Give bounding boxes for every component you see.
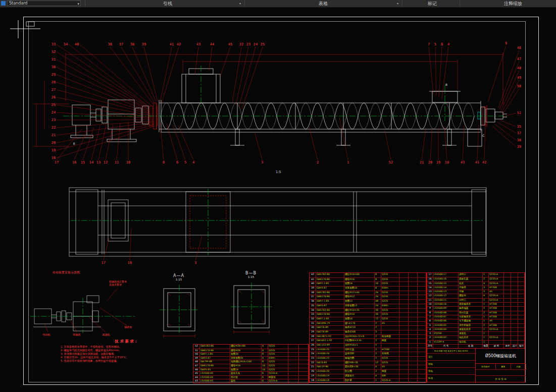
bom-cell (518, 335, 525, 340)
bom-cell (489, 340, 504, 344)
bom-cell: Q235 (381, 282, 399, 286)
ribbon-panel-注释缩放[interactable]: 注释缩放 (504, 0, 522, 7)
ribbon-panel-表格[interactable]: 表格 (319, 0, 328, 7)
ribbon-panel-标记[interactable]: 标记 (428, 0, 437, 7)
scale-label: 比例 (511, 364, 526, 370)
section-label-A—A: A—A1:15 (173, 273, 184, 282)
callout-40: 40 (75, 42, 79, 46)
chevron-down-icon[interactable]: ▾ (77, 2, 79, 7)
bom-cell: 1 (375, 378, 381, 383)
weight-label: 重量 (496, 364, 511, 370)
bom-cell: 43 (193, 379, 200, 383)
bom-row: 5LSX500-05弹性联轴器2HT200 (427, 323, 525, 327)
bom-cell (418, 330, 426, 334)
callout-24: 24 (52, 110, 56, 115)
bom-row: 38GB5782-86螺栓M12×4524Q235 (310, 291, 426, 295)
bom-cell (518, 319, 525, 323)
ribbon-panel-引线[interactable]: 引线 (163, 0, 172, 7)
bom-cell (518, 323, 525, 327)
leader-line (104, 238, 109, 260)
ribbon-bar: Standard ▾ ▾ ▾ 引线表格标记注释缩放 (0, 0, 556, 8)
bom-row: 26GB1152-89油杯M10×15 (310, 343, 426, 348)
bom-cell (399, 356, 409, 361)
bom-cell: LSX500-14 (433, 286, 459, 290)
bom-cell: 头部轴承座 (459, 315, 483, 319)
callout-20: 20 (52, 141, 56, 145)
bom-row: 52GB5782-86螺栓M20×804Q235 (193, 345, 309, 349)
bom-cell (399, 312, 409, 317)
view-letter-B: B (445, 83, 447, 86)
bom-row: 15LSX500-15机壳4Q235-A (427, 282, 525, 286)
bom-cell: 4 (375, 374, 381, 378)
bom-cell (409, 308, 418, 313)
panel-expand-icon[interactable]: ▾ (397, 2, 398, 5)
leader-line (501, 80, 519, 113)
leader-line (132, 47, 156, 102)
bom-cell (409, 325, 418, 330)
bom-cell: 进料口 (459, 273, 483, 277)
bom-row: 34GB5782-86螺栓M10×3536Q235 (310, 308, 426, 313)
callout-4: 4 (447, 42, 449, 46)
bom-cell (418, 286, 426, 291)
bom-row: 13LSX500-13吊轴345 (427, 290, 525, 294)
tech-lines: 1. 安装前检查各零部件，不得有损伤、变形和锈蚀。2. 螺旋体与机壳间隙应均匀，… (61, 345, 191, 363)
bom-cell (518, 311, 525, 315)
callout-9: 9 (505, 41, 507, 45)
bom-cell: 8 (375, 286, 381, 291)
bom-cell: 油杯M10×1 (344, 343, 375, 348)
callout-25: 25 (52, 103, 56, 107)
bom-cell (504, 335, 511, 340)
bom-row: 21GB119-86圆柱销8×30445 (310, 365, 426, 369)
titleblock-row-design: 设计 (427, 354, 475, 361)
bom-cell (399, 378, 409, 383)
bom-cell (511, 294, 518, 298)
bom-cell: 8 (262, 360, 268, 364)
callout-10: 10 (126, 160, 130, 164)
bom-cell: Q235 (381, 356, 399, 361)
panel-expand-icon[interactable]: ▾ (239, 2, 241, 5)
callout-39: 39 (517, 145, 521, 149)
bom-cell (409, 334, 418, 339)
bom-row: 39GB93-87弹簧垫圈16865Mn (310, 286, 426, 291)
bom-cell: Q235-A (489, 298, 504, 302)
callout-41: 41 (170, 42, 174, 46)
bom-cell: 3 (483, 290, 489, 294)
bom-cell (518, 302, 525, 306)
bom-cell (409, 365, 418, 369)
bom-cell: 15 (427, 282, 433, 286)
bom-row: 19LSX500-19调整垫片408F (310, 374, 426, 378)
bom-cell (288, 349, 299, 353)
bom-cell: LSX500-24 (316, 352, 344, 356)
bom-cell: LSX500-44 (200, 375, 230, 379)
bom-cell (418, 295, 426, 299)
bom-cell (511, 273, 518, 277)
bom-cell: 51 (193, 349, 200, 353)
titleblock-row-review: 审核 (427, 368, 475, 375)
leader-style-combo[interactable]: Standard ▾ (7, 1, 81, 6)
bom-cell: 1 (483, 298, 489, 302)
bom-cell: 1 (483, 327, 489, 331)
bom-cell: 13 (427, 290, 433, 294)
callout-46: 46 (517, 46, 521, 50)
bom-cell: HT200 (489, 286, 504, 290)
leader-line (57, 90, 150, 114)
bom-cell (418, 374, 426, 378)
leader-line (173, 125, 185, 160)
leader-line (162, 47, 179, 103)
bom-cell (399, 348, 409, 352)
bom-cell (409, 273, 418, 277)
drawing-canvas[interactable]: 3440363738394142434445222324257564946474… (0, 0, 556, 392)
bom-cell: 螺母M10 (344, 312, 375, 317)
bom-cell: GB276-89 (316, 325, 344, 330)
bom-cell: 50 (193, 352, 200, 356)
bom-cell: Q235-A (268, 371, 288, 375)
bom-row: 33GB6170-86螺母M1036Q235 (310, 312, 426, 317)
callout-3: 3 (261, 160, 263, 164)
bom-cell: Q235-A (381, 378, 399, 383)
bom-cell (504, 294, 511, 298)
bom-cell: 8 (375, 277, 381, 282)
bom-cell: HT200 (489, 311, 504, 315)
bom-cell: 填料压盖 (344, 348, 375, 352)
bom-cell: 出料口 (459, 298, 483, 302)
bom-cell: 螺母M20 (230, 349, 262, 353)
